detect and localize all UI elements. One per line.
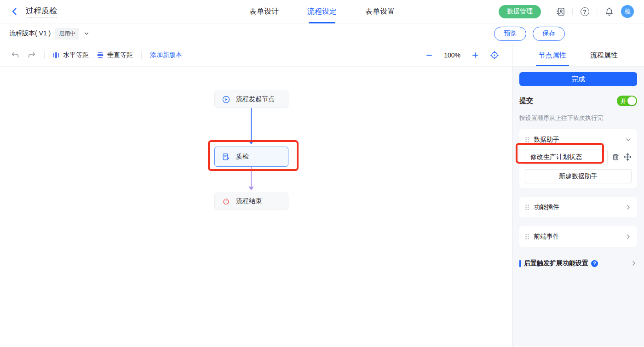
distribute-vertical-button[interactable]: 垂直等距 — [97, 51, 133, 59]
divider — [572, 8, 573, 15]
bell-icon[interactable] — [604, 6, 614, 17]
divider — [141, 51, 142, 59]
question-icon[interactable]: ? — [591, 260, 598, 267]
section-header[interactable]: 前端事件 — [525, 231, 632, 242]
document-edit-icon — [222, 153, 230, 161]
page-title[interactable]: 过程质检 — [26, 6, 57, 18]
toggle-on-label: 开 — [621, 97, 626, 105]
arrowhead-purple — [248, 187, 254, 190]
panel-tabs: 节点属性 流程属性 — [512, 44, 644, 67]
add-version-link[interactable]: 添加新版本 — [150, 51, 182, 59]
chevron-right-icon[interactable] — [625, 204, 632, 210]
tab-flow-setting[interactable]: 流程设定 — [307, 0, 337, 23]
flow-node-start[interactable]: 流程发起节点 — [214, 91, 288, 108]
save-button[interactable]: 保存 — [533, 27, 565, 41]
chevron-down-icon[interactable] — [84, 31, 89, 36]
redo-icon[interactable] — [28, 51, 36, 59]
divider — [597, 8, 597, 15]
main-area: 水平等距 垂直等距 添加新版本 100% — [0, 44, 644, 347]
section-title: 功能插件 — [534, 203, 559, 211]
section-plugins: 功能插件 — [519, 197, 637, 217]
execution-hint: 按设置顺序从上往下依次执行完 — [519, 114, 637, 122]
helper-item-input[interactable]: 修改生产计划状态 — [525, 149, 608, 165]
version-actions: 预览 保存 — [494, 27, 565, 41]
distribute-horizontal-label: 水平等距 — [63, 51, 89, 59]
section-frontend-events: 前端事件 — [519, 226, 637, 247]
play-icon — [222, 96, 230, 103]
post-trigger-label: 后置触发扩展功能设置 — [524, 259, 588, 267]
flow-canvas[interactable]: 流程发起节点 质检 流程结束 — [0, 67, 512, 347]
panel-body: 完成 提交 开 按设置顺序从上往下依次执行完 数据助手 — [512, 67, 644, 347]
zoom-out-icon[interactable] — [426, 51, 433, 59]
distribute-horizontal-button[interactable]: 水平等距 — [53, 51, 89, 59]
preview-button[interactable]: 预览 — [494, 27, 526, 41]
chevron-right-icon[interactable] — [631, 260, 637, 267]
accent-bar — [519, 260, 521, 267]
back-icon[interactable] — [10, 7, 19, 16]
flow-node-label: 流程发起节点 — [236, 95, 275, 103]
section-title: 数据助手 — [534, 136, 559, 144]
section-title: 前端事件 — [534, 233, 559, 241]
tab-node-properties[interactable]: 节点属性 — [539, 44, 566, 66]
version-bar: 流程版本( V1 ) 启用中 预览 保存 — [0, 23, 644, 44]
contacts-book-icon[interactable] — [555, 6, 565, 17]
post-trigger-settings-row[interactable]: 后置触发扩展功能设置 ? — [519, 259, 637, 267]
distribute-vertical-icon — [97, 52, 104, 58]
section-data-helper: 数据助手 修改生产计划状态 — [519, 129, 637, 188]
locate-icon[interactable] — [490, 51, 499, 60]
distribute-vertical-label: 垂直等距 — [107, 51, 133, 59]
header-actions: 数据管理 ? 检 — [499, 5, 634, 18]
tab-form-settings[interactable]: 表单设置 — [365, 0, 395, 23]
new-data-helper-button[interactable]: 新建数据助手 — [525, 169, 632, 183]
zoom-controls: 100% — [426, 51, 501, 60]
complete-button[interactable]: 完成 — [519, 72, 637, 86]
distribute-horizontal-icon — [53, 52, 59, 58]
flow-node-end[interactable]: 流程结束 — [214, 193, 288, 210]
submit-row: 提交 开 — [519, 96, 637, 106]
section-header[interactable]: 功能插件 — [525, 201, 632, 213]
canvas-column: 水平等距 垂直等距 添加新版本 100% — [0, 44, 512, 347]
power-icon — [222, 198, 230, 205]
chevron-right-icon[interactable] — [625, 233, 632, 240]
section-header[interactable]: 数据助手 — [525, 134, 632, 145]
zoom-in-icon[interactable] — [472, 51, 479, 59]
tab-form-design[interactable]: 表单设计 — [249, 0, 279, 23]
toggle-knob — [627, 97, 636, 105]
submit-label: 提交 — [519, 97, 533, 105]
status-badge: 启用中 — [55, 28, 79, 40]
chevron-down-icon[interactable] — [625, 137, 632, 143]
divider — [548, 8, 548, 15]
connector-start-to-qc — [251, 108, 252, 141]
tab-flow-properties[interactable]: 流程属性 — [590, 44, 618, 66]
flow-node-label: 流程结束 — [236, 197, 262, 205]
canvas-toolbar: 水平等距 垂直等距 添加新版本 100% — [0, 44, 512, 67]
connector-qc-to-end — [251, 167, 252, 187]
flow-node-label: 质检 — [236, 153, 249, 161]
help-icon[interactable]: ? — [580, 6, 590, 17]
zoom-level: 100% — [444, 51, 460, 59]
drag-handle-icon[interactable] — [525, 204, 529, 210]
app-header: 过程质检 表单设计 流程设定 表单设置 数据管理 ? — [0, 0, 644, 23]
submit-toggle[interactable]: 开 — [617, 96, 637, 106]
data-manage-button[interactable]: 数据管理 — [499, 5, 541, 18]
move-icon[interactable] — [624, 153, 632, 161]
flow-node-qc[interactable]: 质检 — [214, 147, 288, 167]
drag-handle-icon[interactable] — [525, 137, 529, 143]
avatar[interactable]: 检 — [621, 5, 634, 18]
arrowhead-blue — [248, 141, 254, 144]
divider — [44, 51, 45, 59]
undo-icon[interactable] — [11, 51, 19, 59]
version-label: 流程版本( V1 ) — [9, 29, 51, 38]
properties-panel: 节点属性 流程属性 完成 提交 开 按设置顺序从上往下依次执行完 — [512, 44, 644, 347]
helper-item-row: 修改生产计划状态 — [525, 149, 632, 165]
drag-handle-icon[interactable] — [525, 233, 529, 240]
trash-icon[interactable] — [612, 153, 620, 161]
header-tabs: 表单设计 流程设定 表单设置 — [249, 0, 395, 23]
